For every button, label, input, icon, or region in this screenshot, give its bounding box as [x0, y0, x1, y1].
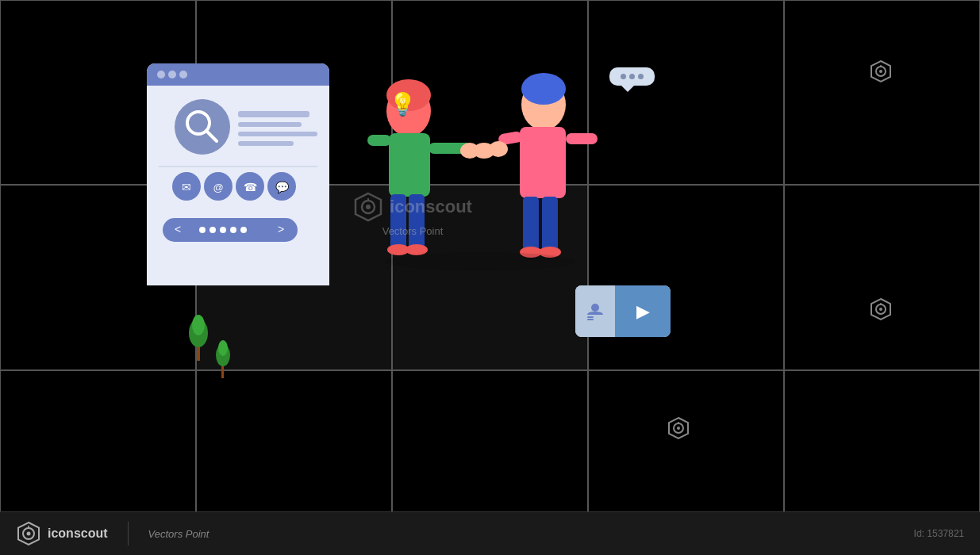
svg-point-51 [521, 73, 566, 105]
footer-id: Id: 1537821 [914, 528, 964, 539]
svg-rect-6 [221, 366, 224, 378]
svg-point-64 [879, 70, 882, 73]
footer-brand-text: iconscout [48, 526, 108, 541]
svg-point-16 [175, 99, 230, 155]
svg-point-8 [218, 340, 228, 356]
svg-rect-43 [367, 135, 391, 146]
svg-rect-47 [409, 194, 425, 250]
svg-point-35 [209, 227, 216, 233]
svg-point-61 [385, 252, 575, 271]
svg-rect-21 [238, 132, 317, 136]
footer-logo: iconscout [16, 521, 108, 546]
svg-rect-52 [520, 127, 566, 198]
svg-point-12 [157, 71, 165, 78]
chat-dot-2 [629, 74, 635, 79]
svg-rect-19 [238, 111, 309, 117]
svg-text:<: < [175, 223, 181, 235]
svg-point-0 [591, 304, 599, 312]
svg-rect-58 [542, 197, 558, 252]
footer-id-value: 1537821 [927, 528, 964, 539]
svg-point-36 [220, 227, 226, 233]
tree-small-1 [186, 309, 210, 365]
svg-rect-1 [587, 316, 594, 318]
video-card-profile [575, 285, 615, 337]
svg-point-68 [879, 308, 882, 311]
chat-dot-3 [638, 74, 644, 79]
svg-point-72 [677, 427, 680, 430]
lightbulb-icon: 💡 [389, 91, 417, 117]
svg-point-49 [405, 244, 428, 255]
svg-rect-2 [587, 319, 594, 320]
svg-text:✉: ✉ [182, 181, 191, 193]
svg-rect-54 [566, 133, 598, 144]
grid-cell-1-5 [784, 0, 980, 185]
svg-text:@: @ [213, 182, 223, 193]
svg-text:>: > [278, 223, 284, 235]
chat-dot-1 [621, 74, 626, 79]
video-card-play: ▶ [615, 285, 671, 337]
svg-text:💬: 💬 [275, 181, 290, 194]
svg-rect-42 [389, 133, 430, 197]
svg-point-80 [27, 532, 31, 536]
svg-rect-46 [390, 194, 406, 250]
footer-watermark-text: Vectors Point [148, 528, 209, 540]
grid-cell-2-5 [784, 185, 980, 369]
footer-divider [128, 522, 129, 545]
svg-point-56 [473, 143, 495, 159]
svg-point-14 [179, 71, 187, 78]
svg-rect-22 [238, 141, 294, 146]
svg-point-38 [240, 227, 247, 233]
svg-rect-57 [523, 197, 539, 252]
hex-icon-1 [869, 59, 893, 89]
chat-bubble [609, 67, 655, 86]
hex-icon-3 [667, 416, 690, 445]
video-card: ▶ [575, 285, 671, 337]
tree-small-2 [214, 337, 232, 381]
footer-hex-icon [16, 521, 41, 546]
footer-bar: iconscout Vectors Point Id: 1537821 [0, 511, 980, 555]
svg-point-34 [199, 227, 206, 233]
footer-id-label: Id: [914, 528, 924, 539]
svg-point-5 [192, 315, 205, 335]
svg-text:☎: ☎ [244, 181, 257, 193]
svg-point-37 [230, 227, 236, 233]
hex-icon-2 [869, 297, 893, 326]
main-illustration: ▶ 💡 [123, 48, 702, 381]
svg-rect-20 [238, 122, 302, 127]
svg-point-13 [168, 71, 176, 78]
